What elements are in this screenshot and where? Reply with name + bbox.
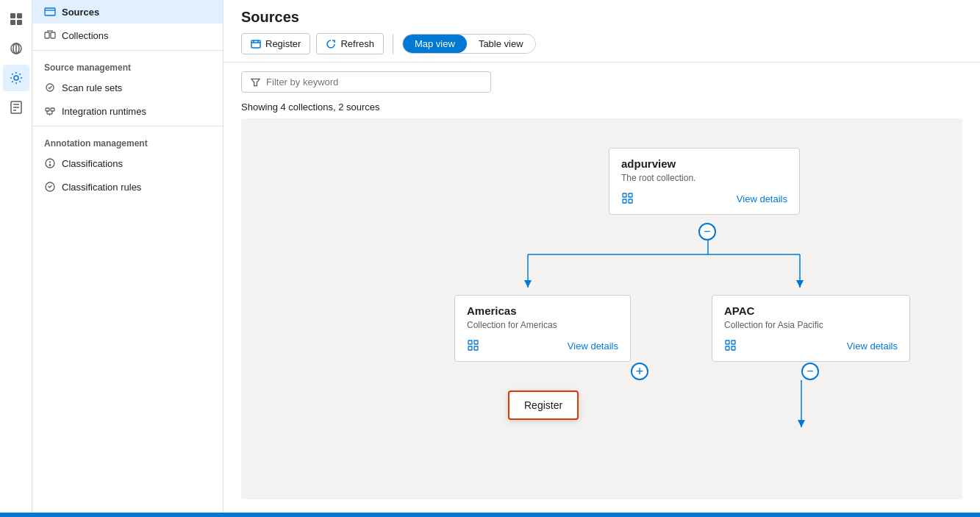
- collections-label: Collections: [62, 30, 109, 41]
- map-canvas: adpurview The root collection. View deta…: [241, 118, 962, 499]
- apac-collection-card: APAC Collection for Asia Pacific View de…: [712, 295, 910, 362]
- filter-icon: [251, 77, 260, 88]
- register-popup-label: Register: [524, 399, 562, 411]
- americas-expand-button[interactable]: +: [631, 363, 648, 380]
- main-header: Sources Register Refresh Map view Table …: [223, 0, 980, 63]
- svg-rect-49: [732, 340, 735, 344]
- svg-marker-53: [798, 420, 805, 427]
- svg-rect-44: [468, 340, 472, 344]
- main-content: Sources Register Refresh Map view Table …: [223, 0, 980, 517]
- americas-grid-icon: [467, 339, 480, 352]
- svg-rect-12: [45, 8, 55, 15]
- sidebar: Sources Collections Source management Sc…: [32, 0, 223, 517]
- svg-rect-28: [251, 40, 260, 48]
- scan-rule-sets-label: Scan rule sets: [62, 82, 122, 93]
- sidebar-item-classifications[interactable]: Classifications: [32, 151, 223, 175]
- grid-icon: [621, 192, 634, 205]
- americas-card-subtitle: Collection for Americas: [467, 320, 618, 330]
- toolbar-separator: [393, 34, 393, 54]
- americas-view-details[interactable]: View details: [568, 340, 618, 352]
- toolbar: Register Refresh Map view Table view: [241, 33, 962, 62]
- svg-rect-42: [623, 199, 626, 203]
- sidebar-item-sources[interactable]: Sources: [32, 0, 223, 24]
- svg-rect-41: [629, 193, 632, 197]
- sources-label: Sources: [62, 7, 99, 18]
- svg-rect-2: [10, 20, 15, 25]
- integration-runtimes-label: Integration runtimes: [62, 106, 146, 117]
- svg-rect-46: [468, 346, 472, 350]
- apac-collapse-button[interactable]: −: [801, 363, 819, 380]
- root-card-subtitle: The root collection.: [621, 173, 787, 183]
- management-icon-item[interactable]: [3, 65, 29, 91]
- policy-icon-item[interactable]: [3, 94, 29, 121]
- svg-rect-14: [45, 32, 49, 38]
- svg-rect-3: [17, 20, 22, 25]
- svg-point-26: [49, 165, 51, 166]
- sidebar-item-scan-rule-sets[interactable]: Scan rule sets: [32, 76, 223, 99]
- icon-rail: [0, 0, 32, 517]
- apac-card-footer: View details: [724, 339, 898, 352]
- refresh-label: Refresh: [340, 38, 374, 49]
- svg-rect-45: [474, 340, 478, 344]
- page-title: Sources: [241, 9, 962, 26]
- table-view-button[interactable]: Table view: [467, 35, 535, 53]
- filter-keyword-input[interactable]: [266, 76, 482, 88]
- register-popup[interactable]: Register: [508, 391, 579, 420]
- americas-card-footer: View details: [467, 339, 618, 352]
- showing-text: Showing 4 collections, 2 sources: [223, 101, 980, 118]
- svg-rect-0: [10, 13, 15, 18]
- svg-marker-39: [796, 280, 804, 288]
- svg-rect-50: [726, 346, 729, 350]
- filter-input-wrapper[interactable]: [241, 71, 491, 93]
- svg-rect-48: [726, 340, 729, 344]
- svg-rect-15: [51, 32, 55, 38]
- map-view-label: Map view: [415, 38, 455, 49]
- americas-card-title: Americas: [467, 304, 618, 317]
- bottom-bar: [0, 513, 980, 517]
- filter-bar: [223, 63, 980, 101]
- svg-rect-43: [629, 199, 632, 203]
- root-card-view-details[interactable]: View details: [737, 193, 787, 204]
- classification-rules-label: Classification rules: [62, 182, 141, 193]
- root-card-title: adpurview: [621, 157, 787, 170]
- svg-rect-40: [623, 193, 626, 197]
- register-icon: [251, 39, 261, 49]
- americas-collection-card: Americas Collection for Americas View de…: [454, 295, 631, 362]
- apac-view-details[interactable]: View details: [847, 340, 898, 352]
- register-button[interactable]: Register: [241, 33, 310, 54]
- sidebar-item-integration-runtimes[interactable]: Integration runtimes: [32, 99, 223, 123]
- refresh-icon: [326, 39, 336, 49]
- map-view-button[interactable]: Map view: [403, 35, 467, 53]
- apac-card-title: APAC: [724, 304, 898, 317]
- root-collapse-button[interactable]: −: [698, 223, 716, 240]
- root-card-footer: View details: [621, 192, 787, 205]
- sidebar-item-classification-rules[interactable]: Classification rules: [32, 175, 223, 199]
- svg-point-7: [14, 76, 18, 80]
- refresh-button[interactable]: Refresh: [316, 33, 384, 54]
- apac-grid-icon: [724, 339, 737, 352]
- svg-rect-18: [46, 108, 49, 111]
- sidebar-item-collections[interactable]: Collections: [32, 24, 223, 47]
- svg-rect-47: [474, 346, 478, 350]
- root-collection-card: adpurview The root collection. View deta…: [609, 148, 800, 215]
- svg-marker-36: [524, 280, 532, 288]
- home-icon-item[interactable]: [3, 6, 29, 32]
- svg-marker-32: [251, 79, 260, 85]
- svg-rect-19: [51, 108, 54, 111]
- svg-rect-1: [17, 13, 22, 18]
- apac-card-subtitle: Collection for Asia Pacific: [724, 320, 898, 330]
- catalog-icon-item[interactable]: [3, 35, 29, 62]
- annotation-management-header: Annotation management: [32, 129, 223, 151]
- svg-rect-51: [732, 346, 735, 350]
- classifications-label: Classifications: [62, 158, 123, 169]
- register-label: Register: [265, 38, 301, 49]
- source-management-header: Source management: [32, 54, 223, 76]
- table-view-label: Table view: [479, 38, 523, 49]
- view-toggle: Map view Table view: [402, 34, 536, 54]
